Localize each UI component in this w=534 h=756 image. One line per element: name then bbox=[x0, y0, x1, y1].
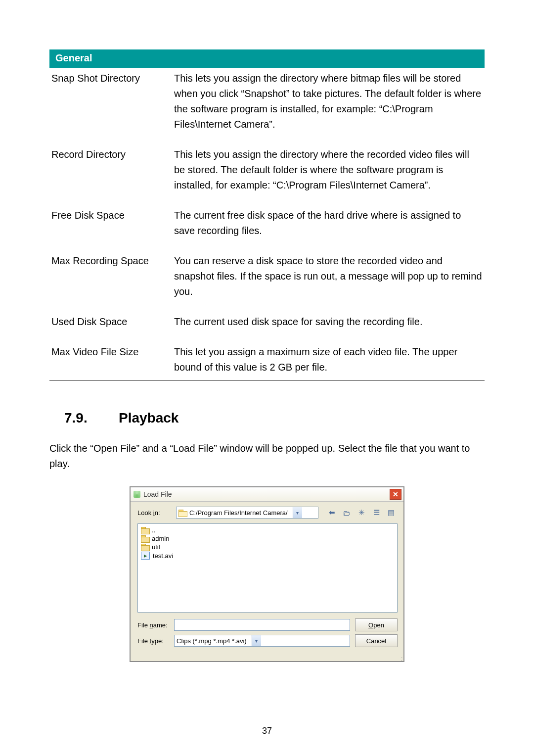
file-type-label: File type: bbox=[137, 637, 169, 645]
folder-open-icon bbox=[178, 510, 186, 516]
row-label: Snap Shot Directory bbox=[49, 67, 172, 144]
table-row: Record Directory This lets you assign th… bbox=[49, 144, 485, 205]
row-label: Record Directory bbox=[49, 144, 172, 205]
detail-view-button[interactable]: ▤ bbox=[385, 507, 398, 519]
file-item-up[interactable]: .. bbox=[141, 526, 394, 534]
table-row: Free Disk Space The current free disk sp… bbox=[49, 205, 485, 250]
file-item-label: util bbox=[152, 543, 160, 551]
list-view-button[interactable]: ☰ bbox=[370, 507, 383, 519]
cancel-button[interactable]: Cancel bbox=[355, 634, 398, 647]
arrow-left-icon: ⬅ bbox=[329, 508, 335, 517]
new-folder-button[interactable]: ✳ bbox=[355, 507, 368, 519]
chevron-down-icon: ▾ bbox=[252, 635, 261, 646]
section-paragraph: Click the “Open File” and a “Load File” … bbox=[49, 441, 485, 472]
load-file-dialog: Load File ✕ Look in: C:/Program Files/In… bbox=[130, 486, 404, 662]
dialog-titlebar[interactable]: Load File ✕ bbox=[131, 487, 403, 502]
open-button[interactable]: Open bbox=[355, 618, 398, 631]
file-list[interactable]: .. admin util ▶ test.avi bbox=[137, 523, 398, 613]
file-item-label: test.avi bbox=[153, 552, 173, 560]
section-heading: 7.9.Playback bbox=[64, 410, 485, 426]
table-header-general: General bbox=[49, 49, 485, 67]
row-desc: This let you assign a maximum size of ea… bbox=[172, 341, 485, 380]
chevron-down-icon: ▾ bbox=[293, 507, 302, 518]
table-row: Snap Shot Directory This lets you assign… bbox=[49, 67, 485, 144]
new-folder-icon: ✳ bbox=[358, 508, 365, 517]
close-icon: ✕ bbox=[393, 491, 399, 498]
file-item-label: .. bbox=[152, 526, 155, 534]
file-item-video[interactable]: ▶ test.avi bbox=[141, 551, 394, 560]
row-desc: The current used disk space for saving t… bbox=[172, 311, 485, 341]
file-item-label: admin bbox=[152, 535, 169, 542]
dialog-title-text: Load File bbox=[143, 490, 172, 498]
folder-icon bbox=[141, 544, 149, 550]
table-row: Used Disk Space The current used disk sp… bbox=[49, 311, 485, 341]
back-button[interactable]: ⬅ bbox=[325, 507, 338, 519]
row-label: Max Recording Space bbox=[49, 250, 172, 311]
close-button[interactable]: ✕ bbox=[390, 489, 401, 500]
row-desc: This lets you assign the directory where… bbox=[172, 67, 485, 144]
table-row: Max Recording Space You can reserve a di… bbox=[49, 250, 485, 311]
section-number: 7.9. bbox=[64, 410, 119, 426]
folder-icon bbox=[141, 527, 149, 533]
resize-grip-icon[interactable]: ........ bbox=[131, 655, 403, 661]
row-desc: The current free disk space of the hard … bbox=[172, 205, 485, 250]
general-settings-table: General Snap Shot Directory This lets yo… bbox=[49, 49, 485, 380]
up-folder-button[interactable]: 🗁 bbox=[340, 507, 353, 519]
file-name-label: File name: bbox=[137, 621, 169, 629]
page-number: 37 bbox=[0, 726, 534, 736]
video-file-icon: ▶ bbox=[141, 552, 150, 560]
look-in-combo[interactable]: C:/Program Files/Internet Camera/ ▾ bbox=[176, 507, 318, 519]
file-item-folder[interactable]: util bbox=[141, 543, 394, 551]
row-desc: This lets you assign the directory where… bbox=[172, 144, 485, 205]
file-type-value: Clips (*.mpg *.mp4 *.avi) bbox=[177, 637, 247, 645]
cancel-button-label: Cancel bbox=[366, 637, 386, 645]
folder-up-icon: 🗁 bbox=[343, 509, 351, 517]
file-item-folder[interactable]: admin bbox=[141, 534, 394, 543]
section-title: Playback bbox=[119, 410, 178, 425]
row-label: Used Disk Space bbox=[49, 311, 172, 341]
dialog-toolbar: ⬅ 🗁 ✳ ☰ ▤ bbox=[325, 507, 398, 519]
folder-icon bbox=[141, 535, 149, 542]
row-label: Free Disk Space bbox=[49, 205, 172, 250]
look-in-path: C:/Program Files/Internet Camera/ bbox=[189, 509, 288, 517]
app-icon bbox=[134, 491, 140, 498]
file-type-combo[interactable]: Clips (*.mpg *.mp4 *.avi) ▾ bbox=[174, 635, 350, 647]
file-name-input[interactable] bbox=[174, 619, 350, 631]
row-desc: You can reserve a disk space to store th… bbox=[172, 250, 485, 311]
detail-view-icon: ▤ bbox=[388, 508, 395, 517]
look-in-label: Look in: bbox=[137, 509, 172, 517]
list-view-icon: ☰ bbox=[373, 508, 380, 517]
row-label: Max Video File Size bbox=[49, 341, 172, 380]
table-row: Max Video File Size This let you assign … bbox=[49, 341, 485, 380]
